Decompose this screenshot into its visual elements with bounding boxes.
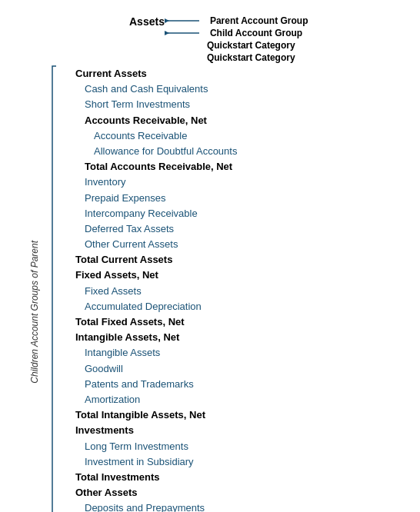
tree-row: Goodwill bbox=[75, 361, 308, 377]
tree-row: Other Assets bbox=[75, 485, 308, 500]
node-text: Accumulated Depreciation bbox=[85, 300, 202, 314]
tree-row: Intangible Assets, Net bbox=[75, 330, 308, 345]
tree-row: Patents and Trademarks bbox=[75, 377, 308, 392]
legend-container: Parent Account Group Child Account Group… bbox=[165, 15, 308, 63]
main-container: Children Account Groups of Parent Assets… bbox=[8, 8, 412, 512]
node-text: Prepaid Expenses bbox=[85, 191, 166, 205]
legend-qs2: Quickstart Category bbox=[165, 52, 308, 63]
node-text: Other Assets bbox=[75, 486, 137, 500]
node-text: Inventory bbox=[85, 175, 125, 189]
node-text: Fixed Assets bbox=[85, 284, 142, 298]
tree-row: Total Current Assets bbox=[75, 252, 308, 268]
tree-row: Total Investments bbox=[75, 470, 308, 485]
node-text: Total Intangible Assets, Net bbox=[75, 408, 205, 422]
tree-content: Current AssetsCash and Cash EquivalentsS… bbox=[68, 66, 308, 512]
tree-row: Deposits and Prepayments bbox=[75, 500, 308, 512]
svg-marker-1 bbox=[165, 18, 169, 23]
tree-row: Amortization bbox=[75, 392, 308, 407]
tree-row: Accumulated Depreciation bbox=[75, 299, 308, 314]
node-text: Cash and Cash Equivalents bbox=[85, 82, 208, 96]
node-text: Total Investments bbox=[75, 470, 160, 484]
node-text: Investments bbox=[75, 424, 134, 437]
node-text: Deposits and Prepayments bbox=[85, 501, 205, 512]
content-area: Assets Parent Account Group Child Accoun… bbox=[68, 15, 308, 512]
node-text: Deferred Tax Assets bbox=[85, 222, 174, 236]
tree-row: Fixed Assets bbox=[75, 284, 308, 299]
tree-row: Investments bbox=[75, 423, 308, 438]
node-text: Total Current Assets bbox=[75, 253, 172, 267]
tree-row: Long Term Investments bbox=[75, 439, 308, 454]
side-label-container: Children Account Groups of Parent bbox=[23, 15, 46, 512]
node-text: Fixed Assets, Net bbox=[75, 268, 158, 282]
node-text: Goodwill bbox=[85, 362, 123, 376]
node-text: Patents and Trademarks bbox=[85, 377, 194, 391]
tree-row: Allowance for Doubtful Accounts bbox=[75, 144, 308, 159]
legend-qs2-label: Quickstart Category bbox=[165, 52, 295, 63]
node-text: Accounts Receivable, Net bbox=[85, 114, 207, 128]
legend-child-label: Child Account Group bbox=[210, 28, 302, 38]
tree-row: Short Term Investments bbox=[75, 97, 308, 112]
svg-marker-3 bbox=[165, 31, 169, 35]
root-section: Assets bbox=[68, 15, 165, 29]
tree-row: Total Accounts Receivable, Net bbox=[75, 159, 308, 175]
node-text: Other Current Assets bbox=[85, 238, 178, 251]
tree-row: Fixed Assets, Net bbox=[75, 268, 308, 283]
tree-row: Accounts Receivable, Net bbox=[75, 113, 308, 128]
legend-parent: Parent Account Group bbox=[165, 15, 308, 26]
bracket-container: Assets Parent Account Group Child Accoun… bbox=[49, 15, 308, 512]
tree-row: Accounts Receivable bbox=[75, 128, 308, 144]
legend-qs1-label: Quickstart Category bbox=[165, 40, 295, 51]
tree-row: Total Intangible Assets, Net bbox=[75, 407, 308, 423]
node-text: Accounts Receivable bbox=[94, 129, 187, 143]
tree-row: Inventory bbox=[75, 175, 308, 190]
tree-row: Intercompany Receivable bbox=[75, 206, 308, 221]
tree-row: Prepaid Expenses bbox=[75, 191, 308, 206]
legend-child: Child Account Group bbox=[165, 28, 308, 38]
node-text: Intercompany Receivable bbox=[85, 207, 198, 221]
legend-parent-label: Parent Account Group bbox=[210, 15, 308, 26]
node-text: Total Fixed Assets, Net bbox=[75, 315, 185, 329]
node-text: Intangible Assets, Net bbox=[75, 331, 179, 344]
tree-row: Investment in Subsidiary bbox=[75, 454, 308, 470]
side-label: Children Account Groups of Parent bbox=[29, 241, 40, 384]
node-text: Allowance for Doubtful Accounts bbox=[94, 145, 237, 158]
tree-row: Other Current Assets bbox=[75, 237, 308, 252]
node-text: Total Accounts Receivable, Net bbox=[85, 160, 232, 174]
node-text: Current Assets bbox=[75, 67, 147, 81]
node-text: Long Term Investments bbox=[85, 440, 188, 454]
tree-row: Intangible Assets bbox=[75, 345, 308, 361]
legend-qs1: Quickstart Category bbox=[165, 40, 308, 51]
node-text: Investment in Subsidiary bbox=[85, 455, 194, 469]
bracket bbox=[49, 15, 63, 512]
node-text: Short Term Investments bbox=[85, 98, 190, 111]
tree-row: Current Assets bbox=[75, 66, 308, 81]
tree-row: Deferred Tax Assets bbox=[75, 221, 308, 237]
root-label: Assets bbox=[68, 15, 165, 28]
tree-row: Total Fixed Assets, Net bbox=[75, 314, 308, 330]
tree-row: Cash and Cash Equivalents bbox=[75, 81, 308, 97]
node-text: Amortization bbox=[85, 393, 140, 407]
node-text: Intangible Assets bbox=[85, 346, 160, 360]
